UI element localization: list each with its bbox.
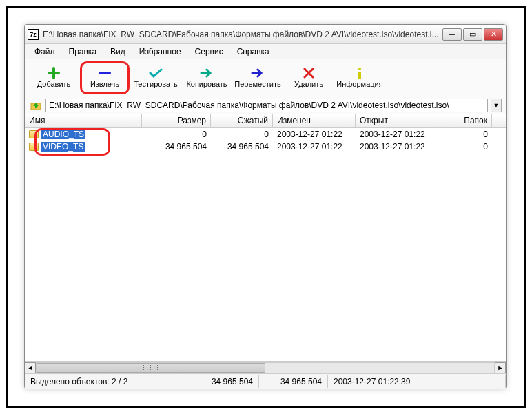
scroll-thumb[interactable]: ⋮⋮⋮ <box>37 363 265 373</box>
list-item[interactable]: VIDEO_TS 34 965 504 34 965 504 2003-12-2… <box>25 141 506 153</box>
svg-rect-1 <box>358 72 361 79</box>
add-label: Добавить <box>37 80 71 88</box>
item-name-cell: AUDIO_TS <box>25 130 142 139</box>
scroll-track[interactable]: ⋮⋮⋮ <box>36 362 495 373</box>
toolbar: Добавить Извлечь Тестировать Копировать … <box>25 59 506 96</box>
up-folder-button[interactable] <box>29 99 43 112</box>
item-name: AUDIO_TS <box>41 130 85 139</box>
window-title: E:\Новая папка\FIX_RW_SDCARD\Рабочая пап… <box>43 30 442 39</box>
col-name[interactable]: Имя <box>25 114 142 127</box>
menu-help[interactable]: Справка <box>232 45 275 58</box>
arrow-right-icon <box>200 68 214 79</box>
item-modified: 2003-12-27 01:22 <box>273 142 356 152</box>
col-size[interactable]: Размер <box>142 114 211 127</box>
pathbar: ▼ <box>25 96 506 114</box>
menu-file[interactable]: Файл <box>29 45 61 58</box>
titlebar: 7z E:\Новая папка\FIX_RW_SDCARD\Рабочая … <box>25 25 506 44</box>
menu-service[interactable]: Сервис <box>190 45 229 58</box>
list-item[interactable]: AUDIO_TS 0 0 2003-12-27 01:22 2003-12-27… <box>25 128 506 141</box>
item-packed: 0 <box>211 130 273 139</box>
item-opened: 2003-12-27 01:22 <box>356 142 438 152</box>
move-label: Переместить <box>234 80 280 88</box>
col-packed[interactable]: Сжатый <box>211 114 273 127</box>
extract-label: Извлечь <box>90 80 119 88</box>
maximize-button[interactable]: ▭ <box>463 28 482 41</box>
path-dropdown-button[interactable]: ▼ <box>491 99 502 112</box>
item-modified: 2003-12-27 01:22 <box>273 130 356 139</box>
col-modified[interactable]: Изменен <box>273 114 356 127</box>
path-input[interactable] <box>45 99 488 112</box>
item-size: 0 <box>142 130 211 139</box>
item-folders: 0 <box>438 142 492 152</box>
copy-label: Копировать <box>186 80 227 88</box>
scroll-left-button[interactable]: ◄ <box>25 362 36 373</box>
move-button[interactable]: Переместить <box>233 61 283 94</box>
info-button[interactable]: Информация <box>335 61 385 94</box>
item-name: VIDEO_TS <box>41 142 85 152</box>
menu-edit[interactable]: Правка <box>63 45 103 58</box>
app-icon: 7z <box>28 29 39 40</box>
status-packed: 34 965 504 <box>259 375 328 388</box>
svg-point-0 <box>358 68 361 70</box>
item-packed: 34 965 504 <box>211 142 273 152</box>
item-name-cell: VIDEO_TS <box>25 142 142 152</box>
extract-button[interactable]: Извлечь <box>80 61 130 94</box>
check-icon <box>149 68 163 79</box>
item-opened: 2003-12-27 01:22 <box>356 130 438 139</box>
folder-icon <box>29 130 39 138</box>
close-button[interactable]: ✕ <box>484 28 503 41</box>
folder-icon <box>29 143 39 151</box>
status-size: 34 965 504 <box>176 375 259 388</box>
statusbar: Выделено объектов: 2 / 2 34 965 504 34 9… <box>25 373 506 389</box>
x-icon <box>302 68 316 79</box>
file-list: AUDIO_TS 0 0 2003-12-27 01:22 2003-12-27… <box>25 128 506 361</box>
menu-favorites[interactable]: Избранное <box>134 45 187 58</box>
add-button[interactable]: Добавить <box>29 61 79 94</box>
status-selection: Выделено объектов: 2 / 2 <box>25 375 176 388</box>
status-date: 2003-12-27 01:22:39 <box>328 375 506 388</box>
minimize-button[interactable]: ─ <box>442 28 462 41</box>
minus-icon <box>98 68 112 79</box>
menubar: Файл Правка Вид Избранное Сервис Справка <box>25 44 506 59</box>
horizontal-scrollbar[interactable]: ◄ ⋮⋮⋮ ► <box>25 361 506 373</box>
test-button[interactable]: Тестировать <box>131 61 181 94</box>
test-label: Тестировать <box>134 80 178 88</box>
info-icon <box>353 68 367 79</box>
item-size: 34 965 504 <box>142 142 211 152</box>
menu-view[interactable]: Вид <box>105 45 131 58</box>
delete-button[interactable]: Удалить <box>284 61 334 94</box>
arrow-move-icon <box>251 68 265 79</box>
table-header: Имя Размер Сжатый Изменен Открыт Папок <box>25 114 506 128</box>
item-folders: 0 <box>438 130 492 139</box>
scroll-right-button[interactable]: ► <box>495 362 506 373</box>
7zip-window: 7z E:\Новая папка\FIX_RW_SDCARD\Рабочая … <box>24 24 507 389</box>
delete-label: Удалить <box>294 80 323 88</box>
col-folders[interactable]: Папок <box>438 114 492 127</box>
col-opened[interactable]: Открыт <box>356 114 438 127</box>
plus-icon <box>47 68 61 79</box>
info-label: Информация <box>336 80 382 88</box>
window-controls: ─ ▭ ✕ <box>442 28 503 41</box>
copy-button[interactable]: Копировать <box>182 61 232 94</box>
